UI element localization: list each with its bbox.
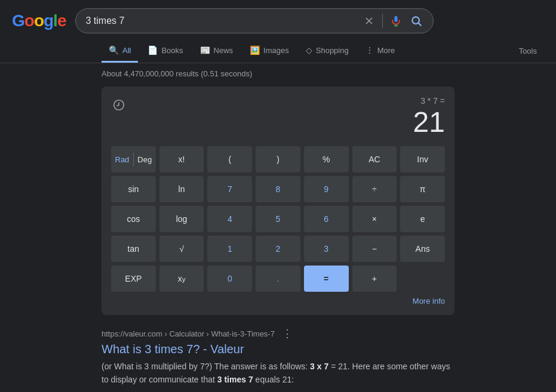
calc-display: 3 * 7 = 21	[111, 96, 445, 137]
calc-close-paren-button[interactable]: )	[256, 146, 300, 172]
calc-ac-button[interactable]: AC	[352, 146, 397, 172]
svg-line-6	[419, 23, 422, 26]
tab-more[interactable]: ⋮ More	[358, 39, 403, 63]
logo-e: e	[57, 11, 66, 30]
more-info-link[interactable]: More info	[111, 297, 445, 305]
images-tab-icon: 🖼️	[250, 45, 260, 55]
calc-2-button[interactable]: 2	[256, 236, 300, 262]
calc-dot-button[interactable]: .	[256, 266, 300, 292]
rad-label: Rad	[111, 148, 133, 171]
calc-1-button[interactable]: 1	[207, 236, 252, 262]
search-result: https://valeur.com › Calculator › What-i…	[102, 327, 454, 387]
calc-8-button[interactable]: 8	[256, 176, 300, 202]
voice-search-button[interactable]	[389, 14, 403, 28]
calc-0-button[interactable]: 0	[207, 266, 252, 292]
calc-5-button[interactable]: 5	[256, 206, 300, 232]
result-url: https://valeur.com › Calculator › What-i…	[102, 329, 275, 338]
history-icon	[112, 98, 125, 112]
calc-tan-button[interactable]: tan	[111, 236, 156, 262]
tab-shopping[interactable]: ◇ Shopping	[299, 39, 356, 63]
calc-grid: Rad Deg x! ( ) % AC Inv sin ln 7 8 9 ÷ π…	[111, 146, 445, 292]
result-title[interactable]: What is 3 times 7? - Valeur	[102, 342, 454, 356]
calc-e-button[interactable]: e	[400, 206, 445, 232]
calc-multiply-button[interactable]: ×	[352, 206, 397, 232]
calc-factorial-button[interactable]: x!	[159, 146, 204, 172]
svg-rect-2	[395, 16, 398, 22]
calc-subtract-button[interactable]: −	[352, 236, 397, 262]
calc-ans-button[interactable]: Ans	[400, 236, 445, 262]
calc-history-button[interactable]	[111, 97, 127, 113]
shopping-tab-icon: ◇	[306, 45, 312, 55]
logo-g2: g	[44, 11, 53, 30]
calc-inv-button[interactable]: Inv	[400, 146, 445, 172]
search-icons	[362, 14, 423, 28]
calc-4-button[interactable]: 4	[207, 206, 252, 232]
calc-percent-button[interactable]: %	[304, 146, 349, 172]
calc-sqrt-button[interactable]: √	[159, 236, 204, 262]
tools-button[interactable]: Tools	[512, 41, 544, 61]
logo-o1: o	[24, 11, 34, 30]
calc-ln-button[interactable]: ln	[159, 176, 204, 202]
calc-7-button[interactable]: 7	[207, 176, 252, 202]
microphone-icon	[390, 15, 402, 27]
calc-expression: 3 * 7 =	[413, 96, 445, 106]
nav-tabs: 🔍 All 📄 Books 📰 News 🖼️ Images ◇ Shoppin…	[0, 39, 556, 63]
calc-result: 3 * 7 = 21	[413, 96, 445, 137]
svg-point-5	[413, 17, 420, 24]
result-url-line: https://valeur.com › Calculator › What-i…	[102, 327, 454, 340]
calc-log-button[interactable]: log	[159, 206, 204, 232]
search-input[interactable]	[85, 16, 356, 26]
calc-divide-button[interactable]: ÷	[352, 176, 397, 202]
more-tab-icon: ⋮	[365, 45, 374, 55]
search-icon	[410, 15, 422, 27]
close-icon	[363, 15, 375, 27]
deg-label: Deg	[134, 148, 156, 171]
logo-o2: o	[34, 11, 44, 30]
calc-pi-button[interactable]: π	[400, 176, 445, 202]
tab-images[interactable]: 🖼️ Images	[242, 39, 296, 63]
tab-all[interactable]: 🔍 All	[102, 39, 138, 63]
tab-news[interactable]: 📰 News	[193, 39, 241, 63]
result-stats: About 4,470,000,000 results (0.51 second…	[102, 69, 454, 78]
search-divider	[382, 14, 383, 28]
books-tab-icon: 📄	[148, 45, 158, 55]
header: Google	[0, 0, 556, 39]
calc-power-button[interactable]: xy	[159, 266, 204, 292]
result-options-button[interactable]: ⋮	[279, 327, 295, 340]
calc-9-button[interactable]: 9	[304, 176, 349, 202]
calc-answer: 21	[413, 108, 445, 137]
tab-books[interactable]: 📄 Books	[140, 39, 190, 63]
logo-l: l	[53, 11, 57, 30]
result-snippet: (or What is 3 multiplied by 7?) The answ…	[102, 360, 454, 387]
search-tab-icon: 🔍	[109, 45, 119, 55]
calc-3-button[interactable]: 3	[304, 236, 349, 262]
calc-cos-button[interactable]: cos	[111, 206, 156, 232]
calc-equals-button[interactable]: =	[304, 266, 349, 292]
logo-g: G	[12, 11, 24, 30]
calc-rad-deg-button[interactable]: Rad Deg	[111, 146, 156, 172]
calculator-card: 3 * 7 = 21 Rad Deg x! ( ) % AC Inv sin l…	[102, 87, 454, 315]
news-tab-icon: 📰	[200, 45, 210, 55]
calc-6-button[interactable]: 6	[304, 206, 349, 232]
calc-add-button[interactable]: +	[352, 266, 397, 292]
calc-exp-button[interactable]: EXP	[111, 266, 156, 292]
calc-sin-button[interactable]: sin	[111, 176, 156, 202]
search-bar[interactable]	[75, 8, 434, 33]
search-button[interactable]	[409, 14, 423, 28]
results-area: About 4,470,000,000 results (0.51 second…	[0, 63, 556, 392]
clear-search-button[interactable]	[362, 14, 376, 28]
calc-open-paren-button[interactable]: (	[207, 146, 252, 172]
google-logo: Google	[12, 11, 66, 30]
